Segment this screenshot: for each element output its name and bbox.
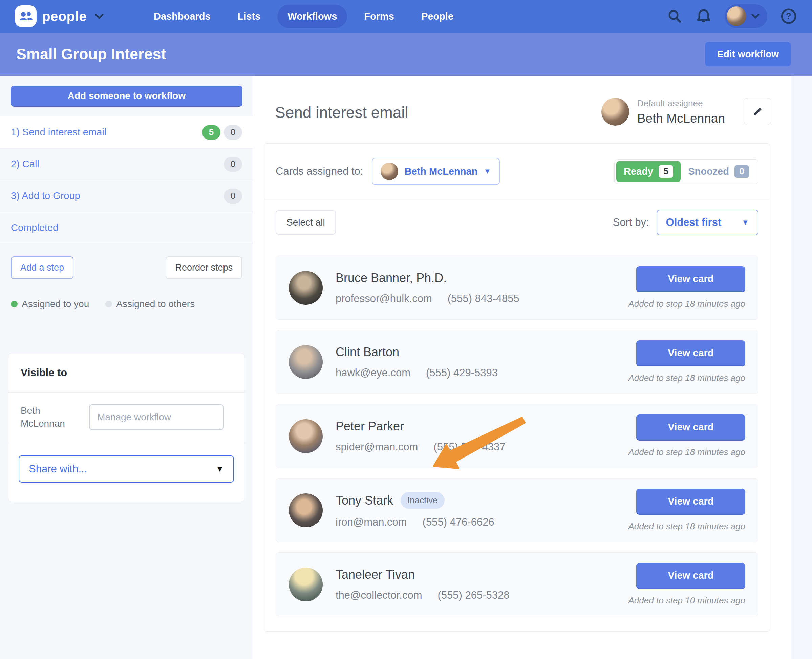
person-phone: (555) 476-6626 bbox=[423, 516, 494, 528]
nav-right-controls: ? bbox=[666, 5, 797, 28]
step-row-completed[interactable]: Completed bbox=[0, 212, 253, 243]
add-step-button[interactable]: Add a step bbox=[11, 256, 74, 279]
person-card-peter-parker: Peter Parker spider@man.com (555) 577-43… bbox=[276, 404, 758, 468]
added-to-step-text: Added to step 18 minutes ago bbox=[629, 373, 745, 383]
edit-assignee-button[interactable] bbox=[744, 98, 771, 125]
person-card-tony-stark: Tony Stark Inactive iron@man.com (555) 4… bbox=[276, 478, 758, 542]
user-menu-chevron-down-icon bbox=[751, 13, 760, 19]
step-label: 1) Send interest email bbox=[11, 127, 106, 138]
view-card-button[interactable]: View card bbox=[636, 489, 745, 514]
ready-snoozed-toggle: Ready 5 Snoozed 0 bbox=[614, 159, 758, 184]
added-to-step-text: Added to step 18 minutes ago bbox=[629, 299, 745, 309]
snoozed-tab[interactable]: Snoozed 0 bbox=[681, 161, 757, 182]
notifications-bell-icon[interactable] bbox=[695, 8, 712, 24]
brand[interactable]: people bbox=[15, 5, 104, 27]
person-email: the@collector.com bbox=[336, 589, 422, 601]
step-label: 2) Call bbox=[11, 158, 39, 170]
inactive-status-badge: Inactive bbox=[400, 492, 445, 509]
step-label: 3) Add to Group bbox=[11, 190, 80, 202]
step-label: Completed bbox=[11, 222, 58, 233]
default-assignee: Default assignee Beth McLennan bbox=[601, 98, 725, 126]
help-icon[interactable]: ? bbox=[780, 8, 797, 25]
assignment-legend: Assigned to you Assigned to others bbox=[11, 299, 242, 309]
view-card-button[interactable]: View card bbox=[636, 563, 745, 588]
permission-input[interactable] bbox=[89, 404, 224, 430]
nav-item-workflows[interactable]: Workflows bbox=[277, 5, 347, 28]
assignee-filter-caret-down-icon: ▼ bbox=[484, 167, 491, 176]
person-card-clint-barton: Clint Barton hawk@eye.com (555) 429-5393… bbox=[276, 330, 758, 394]
edit-workflow-button[interactable]: Edit workflow bbox=[705, 42, 791, 66]
reorder-steps-button[interactable]: Reorder steps bbox=[166, 256, 242, 279]
nav-item-people[interactable]: People bbox=[411, 5, 464, 28]
person-phone: (555) 265-5328 bbox=[437, 589, 509, 601]
person-phone: (555) 577-4337 bbox=[434, 441, 505, 453]
person-email: professor@hulk.com bbox=[336, 293, 432, 305]
other-count-badge: 0 bbox=[224, 157, 242, 172]
person-card-bruce-banner: Bruce Banner, Ph.D. professor@hulk.com (… bbox=[276, 256, 758, 320]
select-all-button[interactable]: Select all bbox=[276, 210, 336, 235]
person-cards-list: Bruce Banner, Ph.D. professor@hulk.com (… bbox=[264, 243, 770, 631]
default-assignee-name: Beth McLennan bbox=[637, 111, 725, 126]
ready-count-badge: 5 bbox=[202, 125, 221, 140]
assignee-filter-value: Beth McLennan bbox=[404, 166, 478, 177]
brand-name: people bbox=[42, 9, 87, 24]
assigned-to-you-dot bbox=[11, 301, 17, 307]
person-avatar bbox=[289, 568, 323, 601]
assignee-filter-dropdown[interactable]: Beth McLennan ▼ bbox=[372, 158, 500, 185]
assigned-to-others-label: Assigned to others bbox=[116, 299, 195, 309]
person-name: Peter Parker bbox=[336, 419, 404, 434]
sort-by-label: Sort by: bbox=[613, 216, 649, 229]
nav-item-dashboards[interactable]: Dashboards bbox=[143, 5, 221, 28]
sort-caret-down-icon: ▼ bbox=[741, 218, 749, 227]
sort-value: Oldest first bbox=[666, 216, 722, 229]
steps-list: 1) Send interest email 5 0 2) Call 0 3) … bbox=[0, 116, 253, 243]
nav-item-forms[interactable]: Forms bbox=[354, 5, 404, 28]
assignee-filter-avatar bbox=[381, 162, 398, 180]
share-with-select[interactable]: Share with... ▼ bbox=[19, 456, 234, 482]
other-count-badge: 0 bbox=[224, 189, 242, 203]
person-name: Taneleer Tivan bbox=[336, 568, 415, 582]
person-card-taneleer-tivan: Taneleer Tivan the@collector.com (555) 2… bbox=[276, 552, 758, 616]
view-card-button[interactable]: View card bbox=[636, 341, 745, 366]
sort-dropdown[interactable]: Oldest first ▼ bbox=[657, 210, 758, 235]
ready-label: Ready bbox=[624, 166, 653, 177]
default-assignee-avatar bbox=[601, 98, 629, 126]
brand-chevron-down-icon[interactable] bbox=[94, 13, 104, 20]
added-to-step-text: Added to step 18 minutes ago bbox=[629, 521, 745, 532]
step-row-call[interactable]: 2) Call 0 bbox=[0, 148, 253, 180]
nav-item-lists[interactable]: Lists bbox=[227, 5, 271, 28]
step-row-send-interest-email[interactable]: 1) Send interest email 5 0 bbox=[0, 116, 253, 148]
step-row-add-to-group[interactable]: 3) Add to Group 0 bbox=[0, 180, 253, 212]
svg-text:?: ? bbox=[786, 11, 792, 21]
step-detail-title: Send interest email bbox=[275, 103, 408, 121]
step-detail-main: Send interest email Default assignee Bet… bbox=[253, 76, 792, 659]
added-to-step-text: Added to step 18 minutes ago bbox=[629, 447, 745, 457]
person-name: Clint Barton bbox=[336, 345, 399, 359]
people-logo-icon bbox=[15, 5, 36, 27]
top-nav: people Dashboards Lists Workflows Forms … bbox=[0, 0, 812, 33]
snoozed-label: Snoozed bbox=[688, 166, 729, 177]
person-avatar bbox=[289, 271, 323, 305]
snoozed-count-badge: 0 bbox=[735, 165, 749, 178]
nav-links: Dashboards Lists Workflows Forms People bbox=[143, 5, 464, 28]
assigned-to-you-label: Assigned to you bbox=[22, 299, 89, 309]
visible-to-person-name: Beth McLennan bbox=[20, 404, 80, 430]
view-card-button[interactable]: View card bbox=[636, 415, 745, 440]
workflow-title: Small Group Interest bbox=[16, 46, 166, 63]
visible-to-panel: Visible to Beth McLennan Share with... ▼ bbox=[8, 353, 244, 502]
share-with-caret-down-icon: ▼ bbox=[216, 464, 224, 474]
person-avatar bbox=[289, 419, 323, 453]
assigned-to-others-dot bbox=[105, 301, 112, 307]
person-email: iron@man.com bbox=[336, 516, 407, 528]
added-to-step-text: Added to step 10 minutes ago bbox=[629, 595, 745, 606]
person-email: hawk@eye.com bbox=[336, 367, 410, 379]
ready-tab[interactable]: Ready 5 bbox=[616, 161, 681, 182]
view-card-button[interactable]: View card bbox=[636, 266, 745, 291]
person-email: spider@man.com bbox=[336, 441, 418, 453]
workflow-sidebar: Add someone to workflow 1) Send interest… bbox=[0, 76, 253, 659]
pencil-icon bbox=[751, 105, 764, 118]
cards-assigned-label: Cards assigned to: bbox=[276, 165, 363, 177]
search-icon[interactable] bbox=[666, 8, 683, 24]
add-someone-to-workflow-button[interactable]: Add someone to workflow bbox=[11, 86, 243, 106]
user-menu[interactable] bbox=[725, 5, 767, 28]
